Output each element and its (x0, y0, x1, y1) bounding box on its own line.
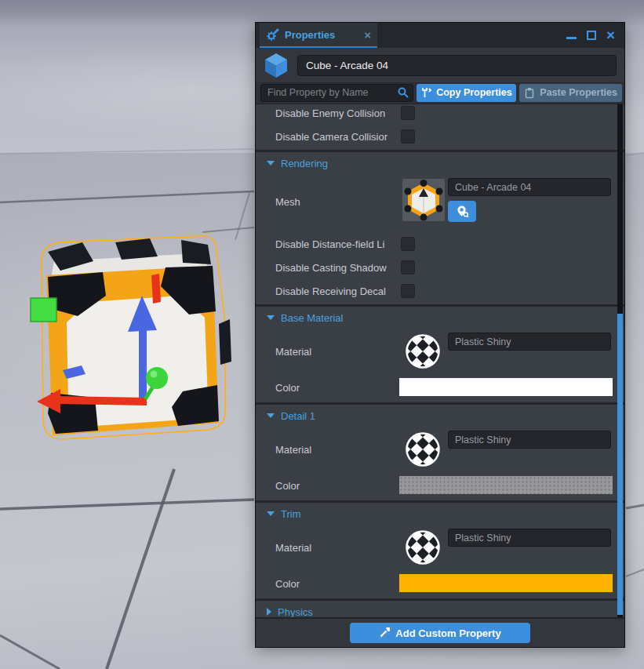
gizmo-green-plane-handle[interactable] (31, 298, 56, 322)
property-row-material: Material (256, 525, 624, 570)
mesh-value-field[interactable] (448, 178, 611, 196)
properties-panel: Properties × × (255, 22, 625, 648)
expand-arrow-icon (267, 608, 271, 616)
gizmo-red-plane-handle[interactable] (151, 274, 161, 304)
property-row-disable-distance-field: Disable Distance-field Li (256, 232, 624, 256)
tab-bar: Properties × × (256, 23, 624, 48)
color-swatch-base[interactable] (399, 378, 613, 396)
section-header-rendering[interactable]: Rendering (256, 152, 624, 174)
section-header-physics[interactable]: Physics (256, 601, 624, 617)
property-label: Disable Camera Collisior (275, 131, 401, 143)
collapse-arrow-icon (267, 315, 275, 320)
property-row-material: Material (256, 329, 624, 374)
color-swatch-detail-1[interactable] (399, 476, 613, 494)
copy-properties-button[interactable]: Copy Properties (417, 84, 517, 102)
scrollbar-track[interactable] (617, 104, 623, 617)
material-value-field[interactable] (448, 333, 611, 351)
property-label: Material (275, 444, 311, 456)
section-header-detail-1[interactable]: Detail 1 (256, 405, 624, 427)
minimize-icon[interactable] (566, 37, 577, 39)
panel-footer: Add Custom Property (256, 617, 624, 647)
paste-properties-label: Paste Properties (540, 87, 617, 98)
wrench-icon (379, 627, 390, 638)
material-sphere-icon[interactable] (406, 334, 440, 369)
property-row-color: Color (256, 570, 624, 597)
pin-search-icon (456, 205, 469, 218)
close-icon[interactable]: × (606, 31, 615, 40)
paste-properties-button[interactable]: Paste Properties (519, 84, 622, 102)
tab-title: Properties (285, 29, 358, 41)
cube-entity-icon (262, 51, 290, 79)
search-icon (397, 86, 409, 99)
collapse-arrow-icon (267, 161, 275, 165)
property-toolbar: Copy Properties Paste Properties (256, 83, 624, 104)
checkbox-disable-distance-field[interactable] (401, 237, 415, 251)
material-value-field[interactable] (448, 529, 611, 547)
collapse-arrow-icon (267, 511, 275, 516)
section-header-trim[interactable]: Trim (256, 503, 624, 525)
property-label: Color (275, 578, 300, 590)
selected-cube-object[interactable] (27, 230, 239, 451)
tools-icon (420, 87, 431, 98)
locate-mesh-button[interactable] (448, 201, 476, 222)
copy-properties-label: Copy Properties (436, 87, 512, 98)
property-row-disable-camera-collision: Disable Camera Collisior (256, 125, 624, 148)
gear-wrench-icon (266, 28, 279, 42)
clipboard-icon (524, 87, 535, 99)
window-controls: × (566, 23, 624, 48)
property-label: Color (275, 382, 300, 394)
material-value-field[interactable] (448, 431, 611, 449)
checkbox-disable-casting-shadow[interactable] (401, 260, 415, 275)
search-input[interactable] (260, 84, 413, 102)
add-custom-property-button[interactable]: Add Custom Property (350, 623, 530, 643)
mesh-thumbnail[interactable] (402, 179, 445, 221)
property-row-material: Material (256, 427, 624, 472)
property-label: Disable Enemy Collision (275, 107, 401, 119)
collapse-arrow-icon (267, 413, 275, 418)
property-label: Mesh (275, 196, 300, 208)
property-row-disable-receiving-decal: Disable Receiving Decal (256, 279, 624, 303)
material-sphere-icon[interactable] (406, 432, 440, 467)
property-row-color: Color (256, 374, 624, 401)
material-sphere-icon[interactable] (406, 530, 440, 565)
checkbox-disable-receiving-decal[interactable] (401, 284, 415, 298)
property-label: Material (275, 542, 311, 554)
property-label: Disable Receiving Decal (275, 285, 401, 297)
property-list: Disable Enemy Collision Disable Camera C… (256, 104, 624, 617)
property-row-disable-enemy-collision: Disable Enemy Collision (256, 104, 624, 125)
section-header-base-material[interactable]: Base Material (256, 307, 624, 329)
property-row-color: Color (256, 472, 624, 499)
property-label: Color (275, 480, 300, 492)
property-label: Material (275, 346, 311, 358)
checkbox-disable-enemy-collision[interactable] (401, 106, 415, 120)
scrollbar-thumb[interactable] (617, 314, 623, 615)
color-swatch-trim[interactable] (399, 574, 613, 592)
entity-name-input[interactable] (297, 55, 617, 76)
entity-header (256, 48, 624, 83)
property-label: Disable Casting Shadow (275, 262, 401, 274)
add-custom-property-label: Add Custom Property (395, 627, 500, 639)
tab-properties[interactable]: Properties × (260, 23, 377, 48)
maximize-icon[interactable] (587, 31, 596, 40)
tab-close-icon[interactable]: × (364, 28, 371, 42)
gizmo-x-arrow[interactable] (57, 396, 147, 405)
gizmo-scale-ball[interactable] (146, 367, 168, 389)
gizmo-up-arrow[interactable] (139, 329, 147, 402)
property-row-mesh: Mesh (256, 174, 624, 232)
checkbox-disable-camera-collision[interactable] (401, 129, 415, 144)
property-row-disable-casting-shadow: Disable Casting Shadow (256, 256, 624, 279)
property-label: Disable Distance-field Li (275, 238, 401, 250)
